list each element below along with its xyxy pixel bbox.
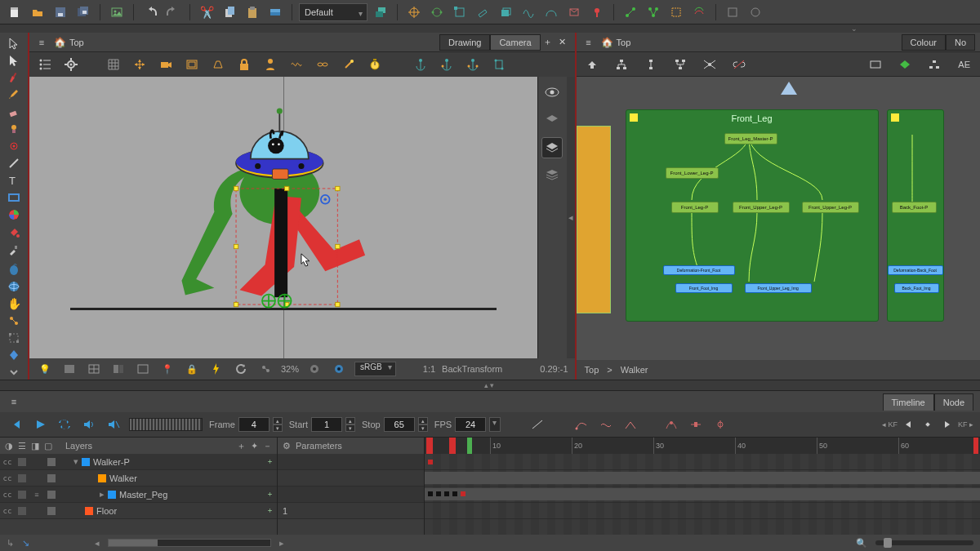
refresh-icon[interactable] <box>232 360 250 378</box>
brush-tool-icon[interactable] <box>2 70 25 85</box>
chain-icon[interactable] <box>314 56 332 73</box>
color-wheel-icon[interactable] <box>2 207 25 222</box>
spring-icon[interactable] <box>287 56 305 73</box>
param-row[interactable] <box>278 470 424 487</box>
close-view-icon[interactable]: ✕ <box>555 35 570 50</box>
home-icon[interactable]: 🏠 <box>54 38 66 47</box>
bulb-icon[interactable]: 💡 <box>36 360 54 378</box>
start-marker[interactable] <box>426 438 433 454</box>
display-1-icon[interactable] <box>60 360 78 378</box>
view-options-icon[interactable] <box>36 56 54 73</box>
copy-icon[interactable] <box>220 2 239 22</box>
tab-colour[interactable]: Colour <box>902 34 946 51</box>
hand-tool-icon[interactable]: ✋ <box>2 296 25 311</box>
layer-add-param-icon[interactable]: ＋ <box>262 504 277 518</box>
cut-icon[interactable]: ✂️ <box>197 2 216 22</box>
onion-skin-icon[interactable] <box>2 262 25 277</box>
bucket-tool-icon[interactable] <box>2 225 25 240</box>
extra-tool-1-icon[interactable] <box>723 2 742 22</box>
tl-hscroll-right-icon[interactable]: ▸ <box>279 538 284 549</box>
param-row[interactable] <box>278 454 424 470</box>
gear-icon[interactable] <box>62 56 80 73</box>
persp-icon[interactable] <box>209 56 227 73</box>
add-keyframe-icon[interactable] <box>919 415 937 433</box>
horizontal-splitter-handle[interactable]: ▴▾ <box>0 380 980 391</box>
pin-red-icon[interactable] <box>587 2 607 22</box>
extra-tool-2-icon[interactable] <box>746 2 765 22</box>
panel-collapse-right-icon[interactable]: ◂ <box>567 77 575 358</box>
tab-drawing[interactable]: Drawing <box>439 34 490 51</box>
safe-area-icon[interactable] <box>183 56 201 73</box>
rectangle-tool-icon[interactable] <box>2 190 25 205</box>
node-path-child[interactable]: Walker <box>621 365 648 375</box>
layer-color-swatch[interactable] <box>44 487 59 502</box>
graph-green-icon[interactable] <box>621 2 640 22</box>
unlink-icon[interactable] <box>730 56 748 73</box>
sound-icon[interactable] <box>80 415 98 433</box>
save-icon[interactable] <box>51 2 70 22</box>
tab-node[interactable]: No <box>946 34 975 51</box>
globe-tool-icon[interactable] <box>2 279 25 294</box>
end-marker[interactable] <box>973 438 978 454</box>
first-frame-icon[interactable] <box>7 415 24 433</box>
panel-menu-icon[interactable]: ≡ <box>34 35 49 50</box>
workspace-preset-select[interactable]: Default <box>299 3 368 21</box>
display-grid-icon[interactable] <box>85 360 103 378</box>
layer-row[interactable]: ccWalker <box>0 470 277 487</box>
layer-fx-icon[interactable]: ✦ <box>251 441 258 451</box>
kite-tool-icon[interactable] <box>2 348 25 362</box>
tree-2-icon[interactable] <box>642 56 660 73</box>
transform-tool-icon[interactable] <box>2 53 25 68</box>
layer-row[interactable]: cc▾Walker-P＋ <box>0 454 277 470</box>
delete-layer-icon[interactable]: － <box>263 440 272 452</box>
tracks-area[interactable] <box>425 454 980 535</box>
display-split-icon[interactable] <box>109 360 127 378</box>
tl-foot-icon-1[interactable]: ↳ <box>7 538 14 549</box>
param-row[interactable]: 1 <box>278 503 424 519</box>
motion-2-icon[interactable] <box>597 415 615 433</box>
graph-link-icon[interactable] <box>644 2 663 22</box>
paste-icon[interactable] <box>243 2 262 22</box>
render-gear-2-icon[interactable] <box>330 360 348 378</box>
curve-mode-icon[interactable] <box>528 415 546 433</box>
text-tool-icon[interactable]: T <box>2 173 25 188</box>
stack-icon[interactable] <box>265 2 285 22</box>
anchor-1-icon[interactable] <box>412 56 430 73</box>
deform-circle-icon[interactable] <box>427 2 447 22</box>
open-folder-icon[interactable] <box>28 2 47 22</box>
undo-icon[interactable] <box>140 2 160 22</box>
params-icon[interactable]: ⚙ <box>283 441 291 451</box>
tree-3-icon[interactable] <box>671 56 689 73</box>
line-tool-icon[interactable] <box>2 156 25 171</box>
layer-solo-toggle[interactable] <box>15 471 29 486</box>
anchor-4-icon[interactable] <box>490 56 508 73</box>
start-step-down[interactable]: ▾ <box>345 424 355 432</box>
prev-keyframe-icon[interactable] <box>899 415 917 433</box>
curve-icon[interactable] <box>541 2 561 22</box>
wand-icon[interactable] <box>340 56 358 73</box>
new-file-icon[interactable] <box>5 2 24 22</box>
target-icon[interactable] <box>404 2 424 22</box>
layer-filter-1-icon[interactable]: ◑ <box>5 441 13 451</box>
layer-color-swatch[interactable] <box>44 504 59 518</box>
envelope-icon[interactable] <box>564 2 584 22</box>
layer-color-swatch[interactable] <box>44 455 59 469</box>
save-all-icon[interactable] <box>74 2 93 22</box>
layer-add-param-icon[interactable]: ＋ <box>262 455 277 469</box>
layers-top-icon[interactable] <box>541 109 563 131</box>
in-marker[interactable] <box>467 438 472 454</box>
select-tool-icon[interactable] <box>2 36 25 51</box>
group-cam-icon[interactable] <box>256 360 274 378</box>
kf-tool-3-icon[interactable] <box>711 415 729 433</box>
nav-up-icon[interactable] <box>583 56 601 73</box>
stop-input[interactable]: 65 <box>384 417 415 432</box>
lock-icon[interactable] <box>235 56 253 73</box>
camera-icon[interactable] <box>157 56 175 73</box>
card-stack-icon[interactable] <box>496 2 515 22</box>
square-handle-icon[interactable] <box>450 2 470 22</box>
layer-color-swatch[interactable] <box>44 471 59 486</box>
layer-expand-toggle[interactable]: ▾ <box>74 456 78 467</box>
stop-step-down[interactable]: ▾ <box>418 424 428 432</box>
kf-tool-1-icon[interactable] <box>662 415 680 433</box>
colorspace-select[interactable]: sRGB <box>354 362 396 376</box>
